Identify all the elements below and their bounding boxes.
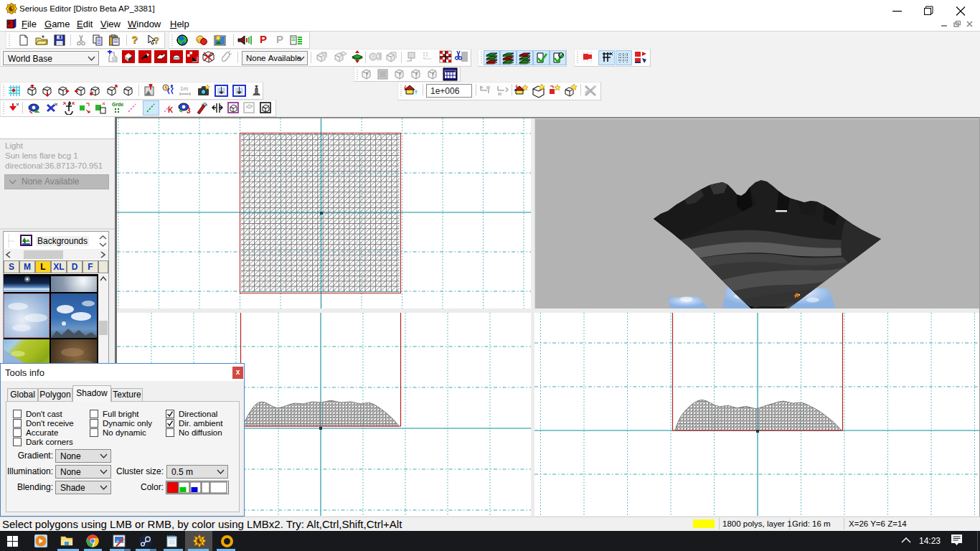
svg-text:?: ?: [154, 35, 159, 46]
svg-text:Grde: Grde: [112, 102, 123, 107]
svg-text:1m: 1m: [180, 85, 188, 92]
svg-text:3: 3: [187, 107, 191, 115]
svg-text:km: km: [202, 103, 207, 107]
svg-text:K: K: [168, 106, 174, 114]
